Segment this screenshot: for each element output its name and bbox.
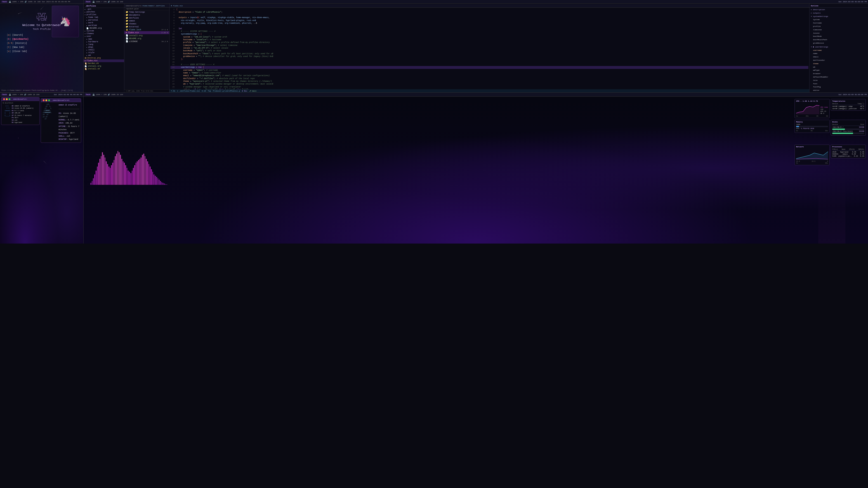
- menu-item-close-tab[interactable]: [x] [Close tab]: [7, 50, 79, 54]
- neofetch-info: emmet @ snowfire ────────────────── OS: …: [59, 103, 79, 141]
- code-line-15: 15 locale = "en_US.UTF-8"; # select loca…: [170, 47, 434, 50]
- tree-item-system[interactable]: ▸system: [84, 30, 124, 32]
- fl-item-documents[interactable]: 📁documents: [124, 13, 169, 17]
- vis-bar-16: [111, 165, 112, 185]
- tree-item-profiles[interactable]: ▾profiles: [84, 13, 124, 16]
- code-line-27: 27 theme = "wunixcorn-yt"; # selected th…: [170, 80, 434, 83]
- code-line-1: 1{: [170, 8, 434, 11]
- tl-status-bar: Tech 💻 100% ⚡ 20% 🔊 100% 28 108 Sat 2024…: [0, 0, 84, 4]
- file-list-panel: emmet@snowfire: /home/emmet/.dotfiles ra…: [124, 0, 169, 92]
- workspace-tag[interactable]: Tech: [1, 1, 7, 3]
- qb-profile-subtitle: Tech Profile: [4, 28, 79, 31]
- vis-bar-31: [130, 173, 131, 185]
- code-branch: ⎇ main: [249, 90, 256, 92]
- vis-bar-36: [137, 161, 138, 185]
- terminal-path: /home/emmet/.dotfiles: [142, 5, 165, 7]
- fl-item-external[interactable]: 📁External: [124, 25, 169, 28]
- tree-item-install-sh[interactable]: 📜install.sh: [84, 68, 124, 70]
- vis-bar-14: [108, 166, 110, 185]
- tree-item-hardware[interactable]: ▸hardware: [84, 40, 124, 43]
- tree-item-app[interactable]: ▸app: [84, 38, 124, 40]
- bl-workspace-tag[interactable]: Tech: [1, 94, 7, 96]
- tree-item-style[interactable]: ▸style: [84, 51, 124, 54]
- code-line-19: 19 };: [170, 58, 434, 61]
- fl-item-flake-nix[interactable]: ❄flake.nix2.26 K: [124, 31, 169, 34]
- neofetch-uptime: UPTIME: 21 hours 7 minutes: [59, 125, 79, 131]
- fl-item-themes[interactable]: 📁themes: [124, 22, 169, 25]
- tree-item-harden-sh[interactable]: 📜harden.sh: [84, 62, 124, 65]
- neofetch-shell: SHELL: zsh: [59, 135, 79, 138]
- sb-net: 108: [37, 1, 40, 3]
- file-path-breadcrumb: rapidash-galar: [124, 8, 169, 10]
- qb-url-bar: file:///home/emmet/.browser/Tech/config/…: [1, 89, 82, 91]
- discfetch-cmd: $ discfetch: [3, 102, 38, 104]
- tree-item-user[interactable]: ▾user: [84, 35, 124, 38]
- menu-item-new-tab[interactable]: [t] [New tab]: [7, 45, 79, 50]
- fl-item-license[interactable]: 📄LICENSE34.2 K: [124, 40, 169, 43]
- code-line-28: 28 wm = "hyprland"; # selected window ma…: [170, 83, 434, 86]
- menu-item-history[interactable]: [S h] [History]: [7, 41, 79, 45]
- code-language: ♦ Nix: [242, 90, 247, 92]
- dotfiles-file-tree: .dotfiles ▸.git ▸patches ▾profiles ▸home…: [84, 0, 124, 92]
- vis-bar-6: [98, 163, 99, 185]
- menu-item-quickmarks[interactable]: [b] [Quickmarks]: [7, 37, 79, 41]
- vis-bar-19: [115, 156, 116, 185]
- code-line-20: 20: [170, 61, 434, 64]
- code-line-16: 16 bootMode = "uefi"; # uefi or bios: [170, 50, 434, 52]
- vis-bar-51: [156, 177, 157, 185]
- vis-bar-42: [145, 156, 146, 185]
- tree-item-personal[interactable]: ▸personal: [84, 19, 124, 22]
- vis-bar-44: [147, 161, 148, 185]
- vis-bar-3: [94, 174, 95, 185]
- code-editor-statusbar: ❄ flake.nix: [169, 4, 434, 8]
- code-file-indicator: ❄ flake.nix: [171, 5, 183, 7]
- fl-item-emmet[interactable]: 📁emmet: [124, 20, 169, 22]
- tree-item-worklab[interactable]: ▸worklab: [84, 24, 124, 27]
- tree-item-install-org[interactable]: 📄install.org: [84, 65, 124, 68]
- tree-item-patches[interactable]: ▸patches: [84, 11, 124, 13]
- code-top-indicator: Top: [208, 90, 211, 92]
- vis-bar-57: [164, 184, 165, 185]
- fl-item-flake-lock[interactable]: 🔒flake.lock27.5 K: [124, 28, 169, 31]
- tree-item-wm[interactable]: ▸wm: [84, 54, 124, 57]
- tree-item-desktop-png[interactable]: 🖼desktop.png: [84, 57, 124, 59]
- tree-item-shell[interactable]: ▸shell: [84, 48, 124, 51]
- fl-item-readme-org[interactable]: 📄README.org: [124, 37, 169, 40]
- vis-bar-49: [153, 174, 154, 185]
- vis-bar-58: [165, 184, 166, 185]
- tree-item-pkgs[interactable]: ▸pkgs: [84, 46, 124, 48]
- vis-bar-12: [106, 161, 107, 185]
- code-line-12: 12 hostname = "snowfire"; # hostname: [170, 38, 434, 41]
- code-filepath: ✦ .dotfiles/flake.nix: [177, 90, 200, 92]
- tree-item-flake-nix[interactable]: ❄flake.nix: [84, 59, 124, 62]
- vis-bar-20: [116, 154, 117, 185]
- discfetch-body: ( ( ) ) (====) | | |____| WE emmet @ sno…: [3, 105, 38, 124]
- menu-item-search[interactable]: [o] [Search]: [7, 33, 79, 37]
- fl-item-install-org[interactable]: 📄install.org: [124, 34, 169, 37]
- discfetch-info: WE emmet @ snowfire OS nixos 24.05 (uaka…: [12, 105, 34, 124]
- br-sb-items: 💻 100% ⚡ 20% 🔊 100% 28 108: [92, 94, 123, 96]
- vis-bar-39: [141, 158, 142, 185]
- tree-item-lang[interactable]: ▸lang: [84, 43, 124, 46]
- tree-item-themes[interactable]: ▾themes: [84, 32, 124, 35]
- vis-bar-9: [102, 152, 103, 185]
- tree-item-readme[interactable]: 📄README.org: [84, 27, 124, 30]
- code-content: 1{ 2 description = "Flake of LibrePhoeni…: [169, 8, 434, 89]
- file-list-header: emmet@snowfire: /home/emmet/.dotfiles: [124, 4, 169, 8]
- tree-item-work[interactable]: ▸work: [84, 22, 124, 24]
- neofetch-separator: ──────────────────: [59, 107, 79, 111]
- tr-sb-items: 💻 100% ⚡ 20% 🔊 100% 28 108: [92, 1, 123, 3]
- tree-item-git[interactable]: ▸.git: [84, 8, 124, 11]
- discfetch-title: emmet@snowfire:: [13, 98, 27, 100]
- fl-item-temp[interactable]: 📁Temp-Settings: [124, 11, 169, 13]
- vis-bar-4: [96, 170, 96, 185]
- code-position: 3:10: [202, 90, 206, 92]
- tr-workspace-tag[interactable]: Tech: [85, 1, 91, 3]
- bottom-left-panel: Tech 💻 100% ⚡ 20% 🔊 100% 28 108 Sat 2024…: [0, 93, 84, 243]
- sb-vol: 28: [34, 1, 36, 3]
- br-workspace-tag[interactable]: Tech: [85, 94, 91, 96]
- vis-bar-32: [132, 170, 133, 185]
- terminal-prompt-label: emmet@snowfire:: [126, 5, 142, 7]
- tree-item-home-lab[interactable]: ▸home lab: [84, 16, 124, 19]
- fl-item-dotfiles[interactable]: 📁dotfiles: [124, 17, 169, 20]
